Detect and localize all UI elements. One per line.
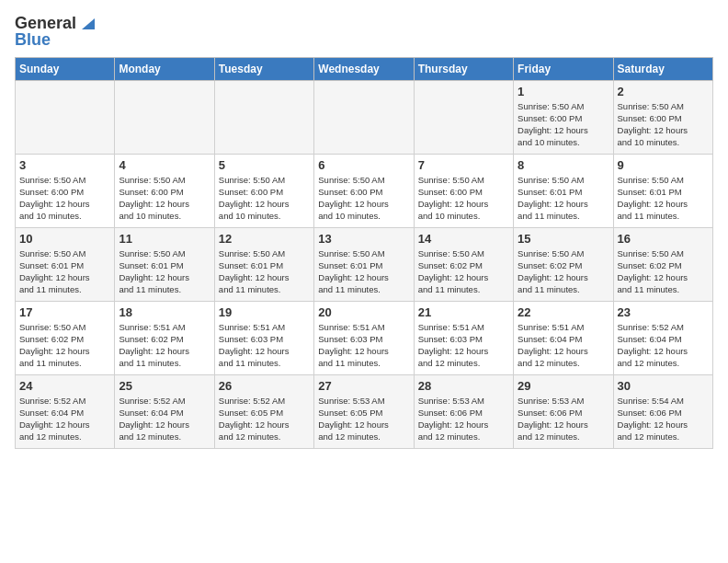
- day-number: 24: [19, 379, 110, 393]
- day-number: 25: [119, 379, 210, 393]
- calendar-cell: 14Sunrise: 5:50 AM Sunset: 6:02 PM Dayli…: [414, 227, 513, 301]
- calendar-cell: 17Sunrise: 5:50 AM Sunset: 6:02 PM Dayli…: [16, 301, 115, 374]
- day-info: Sunrise: 5:50 AM Sunset: 6:00 PM Dayligh…: [119, 174, 210, 223]
- day-header-thursday: Thursday: [414, 57, 513, 80]
- day-info: Sunrise: 5:50 AM Sunset: 6:02 PM Dayligh…: [418, 247, 509, 296]
- day-info: Sunrise: 5:50 AM Sunset: 6:00 PM Dayligh…: [618, 100, 709, 149]
- day-info: Sunrise: 5:52 AM Sunset: 6:05 PM Dayligh…: [219, 395, 310, 443]
- day-number: 3: [19, 158, 110, 172]
- day-number: 18: [119, 305, 210, 319]
- day-info: Sunrise: 5:52 AM Sunset: 6:04 PM Dayligh…: [19, 395, 110, 443]
- day-number: 23: [618, 305, 709, 319]
- day-number: 30: [618, 379, 709, 393]
- day-number: 1: [518, 85, 609, 98]
- day-info: Sunrise: 5:51 AM Sunset: 6:02 PM Dayligh…: [119, 321, 210, 370]
- day-info: Sunrise: 5:50 AM Sunset: 6:01 PM Dayligh…: [518, 174, 609, 223]
- day-number: 4: [119, 158, 210, 172]
- day-info: Sunrise: 5:50 AM Sunset: 6:00 PM Dayligh…: [418, 174, 509, 223]
- calendar-cell: 6Sunrise: 5:50 AM Sunset: 6:00 PM Daylig…: [314, 154, 414, 227]
- day-info: Sunrise: 5:50 AM Sunset: 6:00 PM Dayligh…: [219, 174, 310, 223]
- page-header: General Blue: [15, 15, 713, 50]
- day-header-friday: Friday: [514, 57, 613, 80]
- calendar-cell: 19Sunrise: 5:51 AM Sunset: 6:03 PM Dayli…: [214, 301, 313, 374]
- calendar-cell: [115, 80, 214, 154]
- day-info: Sunrise: 5:50 AM Sunset: 6:02 PM Dayligh…: [518, 247, 609, 296]
- calendar-table: SundayMondayTuesdayWednesdayThursdayFrid…: [15, 57, 713, 449]
- calendar-cell: 5Sunrise: 5:50 AM Sunset: 6:00 PM Daylig…: [214, 154, 313, 227]
- calendar-cell: 27Sunrise: 5:53 AM Sunset: 6:05 PM Dayli…: [314, 374, 414, 448]
- calendar-cell: 29Sunrise: 5:53 AM Sunset: 6:06 PM Dayli…: [514, 374, 613, 448]
- day-number: 5: [219, 158, 310, 172]
- calendar-cell: 9Sunrise: 5:50 AM Sunset: 6:01 PM Daylig…: [613, 154, 712, 227]
- calendar-cell: 30Sunrise: 5:54 AM Sunset: 6:06 PM Dayli…: [613, 374, 712, 448]
- day-info: Sunrise: 5:53 AM Sunset: 6:06 PM Dayligh…: [518, 395, 609, 443]
- calendar-cell: 28Sunrise: 5:53 AM Sunset: 6:06 PM Dayli…: [414, 374, 513, 448]
- logo-icon: [78, 15, 95, 31]
- calendar-cell: 3Sunrise: 5:50 AM Sunset: 6:00 PM Daylig…: [16, 154, 115, 227]
- day-number: 15: [518, 232, 609, 246]
- day-info: Sunrise: 5:50 AM Sunset: 6:01 PM Dayligh…: [119, 247, 210, 296]
- day-number: 28: [418, 379, 509, 393]
- day-number: 20: [318, 305, 409, 319]
- day-number: 26: [219, 379, 310, 393]
- day-number: 27: [318, 379, 409, 393]
- day-info: Sunrise: 5:50 AM Sunset: 6:01 PM Dayligh…: [618, 174, 709, 223]
- day-header-monday: Monday: [115, 57, 214, 80]
- calendar-cell: 7Sunrise: 5:50 AM Sunset: 6:00 PM Daylig…: [414, 154, 513, 227]
- logo: General Blue: [15, 15, 95, 50]
- day-info: Sunrise: 5:53 AM Sunset: 6:06 PM Dayligh…: [418, 395, 509, 443]
- calendar-cell: 15Sunrise: 5:50 AM Sunset: 6:02 PM Dayli…: [514, 227, 613, 301]
- day-info: Sunrise: 5:50 AM Sunset: 6:01 PM Dayligh…: [219, 247, 310, 296]
- day-number: 17: [19, 305, 110, 319]
- day-number: 13: [318, 232, 409, 246]
- day-number: 22: [518, 305, 609, 319]
- logo-text-blue: Blue: [15, 31, 51, 50]
- day-header-sunday: Sunday: [16, 57, 115, 80]
- day-number: 19: [219, 305, 310, 319]
- day-number: 7: [418, 158, 509, 172]
- calendar-cell: 1Sunrise: 5:50 AM Sunset: 6:00 PM Daylig…: [514, 80, 613, 154]
- svg-marker-0: [82, 18, 95, 29]
- calendar-cell: 13Sunrise: 5:50 AM Sunset: 6:01 PM Dayli…: [314, 227, 414, 301]
- day-info: Sunrise: 5:51 AM Sunset: 6:03 PM Dayligh…: [418, 321, 509, 370]
- calendar-cell: 4Sunrise: 5:50 AM Sunset: 6:00 PM Daylig…: [115, 154, 214, 227]
- calendar-cell: 25Sunrise: 5:52 AM Sunset: 6:04 PM Dayli…: [115, 374, 214, 448]
- calendar-cell: 11Sunrise: 5:50 AM Sunset: 6:01 PM Dayli…: [115, 227, 214, 301]
- calendar-cell: 20Sunrise: 5:51 AM Sunset: 6:03 PM Dayli…: [314, 301, 414, 374]
- day-info: Sunrise: 5:50 AM Sunset: 6:02 PM Dayligh…: [19, 321, 110, 370]
- calendar-cell: 18Sunrise: 5:51 AM Sunset: 6:02 PM Dayli…: [115, 301, 214, 374]
- day-info: Sunrise: 5:50 AM Sunset: 6:00 PM Dayligh…: [518, 100, 609, 149]
- day-number: 21: [418, 305, 509, 319]
- calendar-cell: [314, 80, 414, 154]
- day-info: Sunrise: 5:52 AM Sunset: 6:04 PM Dayligh…: [618, 321, 709, 370]
- calendar-cell: 26Sunrise: 5:52 AM Sunset: 6:05 PM Dayli…: [214, 374, 313, 448]
- day-info: Sunrise: 5:50 AM Sunset: 6:00 PM Dayligh…: [318, 174, 409, 223]
- calendar-cell: 2Sunrise: 5:50 AM Sunset: 6:00 PM Daylig…: [613, 80, 712, 154]
- calendar-cell: 23Sunrise: 5:52 AM Sunset: 6:04 PM Dayli…: [613, 301, 712, 374]
- day-info: Sunrise: 5:50 AM Sunset: 6:02 PM Dayligh…: [618, 247, 709, 296]
- calendar-cell: 12Sunrise: 5:50 AM Sunset: 6:01 PM Dayli…: [214, 227, 313, 301]
- calendar-cell: 8Sunrise: 5:50 AM Sunset: 6:01 PM Daylig…: [514, 154, 613, 227]
- day-info: Sunrise: 5:53 AM Sunset: 6:05 PM Dayligh…: [318, 395, 409, 443]
- day-header-tuesday: Tuesday: [214, 57, 313, 80]
- calendar-cell: [414, 80, 513, 154]
- day-info: Sunrise: 5:51 AM Sunset: 6:04 PM Dayligh…: [518, 321, 609, 370]
- calendar-cell: 22Sunrise: 5:51 AM Sunset: 6:04 PM Dayli…: [514, 301, 613, 374]
- day-number: 12: [219, 232, 310, 246]
- day-number: 8: [518, 158, 609, 172]
- day-number: 6: [318, 158, 409, 172]
- calendar-cell: [16, 80, 115, 154]
- calendar-cell: [214, 80, 313, 154]
- day-header-wednesday: Wednesday: [314, 57, 414, 80]
- day-number: 10: [19, 232, 110, 246]
- calendar-cell: 16Sunrise: 5:50 AM Sunset: 6:02 PM Dayli…: [613, 227, 712, 301]
- day-info: Sunrise: 5:50 AM Sunset: 6:00 PM Dayligh…: [19, 174, 110, 223]
- calendar-cell: 21Sunrise: 5:51 AM Sunset: 6:03 PM Dayli…: [414, 301, 513, 374]
- calendar-cell: 24Sunrise: 5:52 AM Sunset: 6:04 PM Dayli…: [16, 374, 115, 448]
- day-info: Sunrise: 5:50 AM Sunset: 6:01 PM Dayligh…: [19, 247, 110, 296]
- day-info: Sunrise: 5:54 AM Sunset: 6:06 PM Dayligh…: [618, 395, 709, 443]
- day-info: Sunrise: 5:52 AM Sunset: 6:04 PM Dayligh…: [119, 395, 210, 443]
- day-info: Sunrise: 5:51 AM Sunset: 6:03 PM Dayligh…: [219, 321, 310, 370]
- day-info: Sunrise: 5:50 AM Sunset: 6:01 PM Dayligh…: [318, 247, 409, 296]
- day-number: 29: [518, 379, 609, 393]
